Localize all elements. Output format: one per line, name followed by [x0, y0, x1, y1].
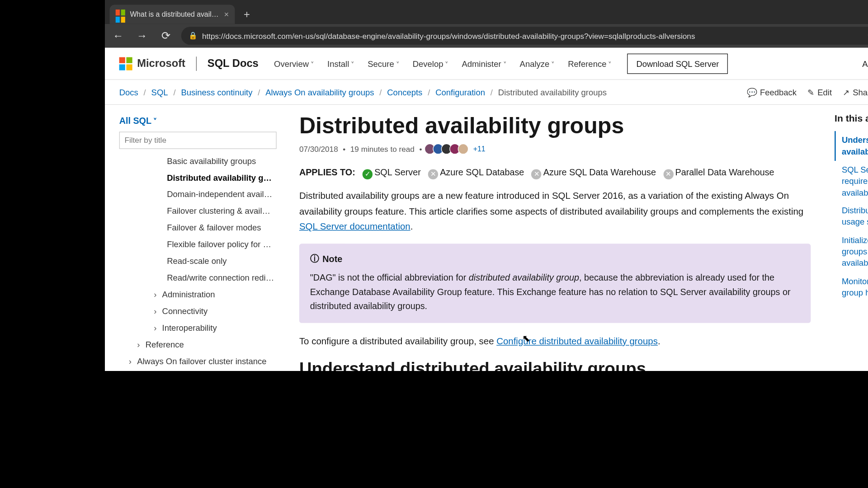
lock-icon: 🔒 — [189, 32, 198, 40]
new-tab-button[interactable]: + — [238, 6, 255, 23]
share-icon: ↗ — [843, 87, 850, 97]
feedback-icon: 💬 — [747, 87, 757, 97]
page-title: Distributed availability groups — [299, 113, 811, 139]
rt-item[interactable]: Initialize secondary availability groups… — [835, 231, 868, 272]
rt-item[interactable]: Understand distributed availability grou… — [835, 131, 868, 161]
nav-secure[interactable]: Secure — [363, 55, 405, 72]
sidebar-toc[interactable]: Basic availability groupsDistributed ava… — [119, 153, 277, 371]
sidebar-item[interactable]: Connectivity — [119, 303, 277, 319]
check-no-icon: ✕ — [663, 169, 673, 179]
tab-title: What is a distributed availability — [130, 10, 219, 18]
reload-button[interactable]: ⟳ — [157, 29, 174, 42]
edit-icon: ✎ — [807, 87, 815, 97]
nav-analyze[interactable]: Analyze — [515, 55, 560, 72]
crumb-current: Distributed availability groups — [498, 87, 607, 97]
rt-item[interactable]: Distributed availability group usage sce… — [835, 202, 868, 231]
nav-reference[interactable]: Reference — [563, 55, 617, 72]
sidebar-item[interactable]: Domain-independent availabi... — [119, 186, 277, 202]
address-bar[interactable]: 🔒 https://docs.microsoft.com/en-us/sql/d… — [181, 27, 868, 45]
breadcrumb: Docs/ SQL/ Business continuity/ Always O… — [119, 87, 607, 97]
link-sql-docs[interactable]: SQL Server documentation — [299, 221, 410, 231]
crumb-bc[interactable]: Business continuity — [181, 87, 252, 97]
crumb-concepts[interactable]: Concepts — [387, 87, 422, 97]
more-contributors[interactable]: +11 — [473, 145, 486, 153]
browser-tab[interactable]: What is a distributed availability × — [110, 5, 235, 24]
sidebar-item[interactable]: Read/write connection redirec... — [119, 269, 277, 286]
nav-administer[interactable]: Administer — [457, 55, 511, 72]
crumb-config[interactable]: Configuration — [435, 87, 485, 97]
edit-button[interactable]: ✎Edit — [807, 87, 832, 97]
in-this-article: In this article Understand distributed a… — [830, 105, 868, 371]
sidebar-item[interactable]: Interoperability — [119, 319, 277, 336]
contributor-avatars[interactable] — [427, 144, 468, 155]
config-paragraph: To configure a distributed availability … — [299, 333, 811, 349]
microsoft-logo[interactable]: Microsoft — [119, 57, 185, 70]
sidebar-item[interactable]: Administration — [119, 286, 277, 303]
nav-overview[interactable]: Overview — [269, 55, 319, 72]
info-icon: ⓘ — [310, 253, 319, 264]
download-sql-button[interactable]: Download SQL Server — [627, 53, 728, 74]
check-no-icon: ✕ — [428, 169, 438, 179]
sidebar-item[interactable]: Basic availability groups — [119, 153, 277, 169]
check-no-icon: ✕ — [531, 169, 541, 179]
tab-close-icon[interactable]: × — [224, 9, 229, 19]
crumb-docs[interactable]: Docs — [119, 87, 138, 97]
sidebar-item[interactable]: Failover & failover modes — [119, 219, 277, 236]
nav-install[interactable]: Install — [322, 55, 359, 72]
all-microsoft-menu[interactable]: All Microsoft — [862, 59, 868, 68]
rt-item[interactable]: SQL Server version and edition requireme… — [835, 161, 868, 202]
section-heading: Understand distributed availability grou… — [299, 359, 811, 371]
sidebar-scope-selector[interactable]: All SQL — [119, 113, 277, 128]
sidebar-item[interactable]: Distributed availability groups — [119, 169, 277, 186]
product-title[interactable]: SQL Docs — [208, 57, 259, 70]
sidebar-item[interactable]: Failover clustering & availabili... — [119, 202, 277, 219]
forward-button[interactable]: → — [133, 29, 150, 42]
sidebar-item[interactable]: Read-scale only — [119, 253, 277, 269]
note-callout: ⓘNote "DAG" is not the official abbrevia… — [299, 244, 811, 323]
sidebar-item[interactable]: Flexible failover policy for aut... — [119, 236, 277, 253]
filter-input[interactable] — [119, 131, 277, 149]
article-meta: 07/30/2018• 19 minutes to read• +11 — [299, 144, 811, 155]
nav-develop[interactable]: Develop — [408, 55, 453, 72]
crumb-sql[interactable]: SQL — [151, 87, 168, 97]
sidebar-item[interactable]: Database mirroring — [119, 370, 277, 371]
crumb-ag[interactable]: Always On availability groups — [265, 87, 374, 97]
url-text: https://docs.microsoft.com/en-us/sql/dat… — [202, 31, 862, 40]
check-yes-icon: ✓ — [363, 169, 373, 179]
rt-item[interactable]: Monitor distributed availability group h… — [835, 272, 868, 302]
sidebar-item[interactable]: Reference — [119, 336, 277, 353]
top-nav: Overview Install Secure Develop Administ… — [269, 55, 617, 72]
share-button[interactable]: ↗Share — [843, 87, 868, 97]
intro-paragraph: Distributed availability groups are a ne… — [299, 188, 811, 234]
microsoft-logo-icon — [119, 57, 132, 70]
back-button[interactable]: ← — [110, 29, 127, 42]
applies-to: APPLIES TO: ✓SQL Server ✕Azure SQL Datab… — [299, 164, 811, 180]
tab-favicon — [116, 9, 125, 19]
header-divider — [196, 56, 197, 71]
link-configure-dag[interactable]: Configure distributed availability group… — [496, 336, 658, 346]
sidebar-item[interactable]: Always On failover cluster instance — [119, 353, 277, 370]
feedback-button[interactable]: 💬Feedback — [747, 87, 797, 97]
